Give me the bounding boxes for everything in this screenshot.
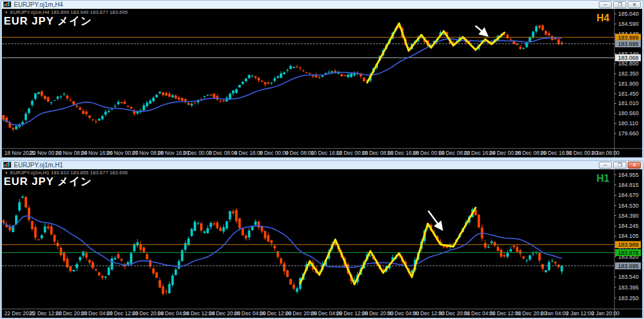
svg-text:185.040: 185.040 bbox=[618, 11, 639, 17]
svg-text:181.900: 181.900 bbox=[618, 81, 639, 87]
svg-text:182.350: 182.350 bbox=[618, 70, 639, 77]
svg-text:183.250: 183.250 bbox=[618, 295, 639, 301]
window-title-h4: EURJPY.oj1m,H4 bbox=[14, 1, 596, 8]
chart-window-icon bbox=[3, 162, 11, 168]
svg-text:4 Dec 16:00: 4 Dec 16:00 bbox=[234, 150, 263, 156]
svg-text:2 Jan 08:00: 2 Jan 08:00 bbox=[591, 150, 619, 156]
svg-text:183.989: 183.989 bbox=[618, 242, 639, 248]
svg-text:183.695: 183.695 bbox=[618, 263, 639, 269]
chart-comment-label: EUR JPY メイン bbox=[4, 174, 92, 189]
svg-text:184.670: 184.670 bbox=[618, 192, 639, 198]
svg-text:183.695: 183.695 bbox=[618, 41, 639, 47]
close-button[interactable]: ✕ bbox=[628, 162, 641, 169]
svg-text:180.110: 180.110 bbox=[618, 120, 638, 126]
svg-text:184.955: 184.955 bbox=[618, 172, 639, 178]
chart-window-h1: EURJPY.oj1m,H1 ─ ❐ ✕ 184.955184.815184.6… bbox=[1, 160, 643, 318]
chart-body-h4: 185.040184.590184.140183.690183.240182.8… bbox=[2, 9, 642, 157]
svg-text:183.989: 183.989 bbox=[618, 35, 639, 41]
svg-text:184.590: 184.590 bbox=[618, 21, 639, 27]
svg-text:180.560: 180.560 bbox=[618, 110, 639, 116]
titlebar-h4[interactable]: EURJPY.oj1m,H4 ─ ❐ ✕ bbox=[1, 0, 643, 9]
chart-window-h4: EURJPY.oj1m,H4 ─ ❐ ✕ 185.040184.590184.1… bbox=[1, 0, 643, 158]
svg-text:184.105: 184.105 bbox=[618, 233, 639, 239]
titlebar-h1[interactable]: EURJPY.oj1m,H1 ─ ❐ ✕ bbox=[1, 160, 643, 169]
restore-button[interactable]: ❐ bbox=[613, 1, 626, 8]
svg-text:183.068: 183.068 bbox=[618, 55, 639, 61]
mdi-workspace: EURJPY.oj1m,H4 ─ ❐ ✕ 185.040184.590184.1… bbox=[0, 0, 644, 319]
chart-window-icon bbox=[3, 1, 11, 8]
svg-text:181.450: 181.450 bbox=[618, 91, 639, 97]
svg-text:179.660: 179.660 bbox=[618, 130, 639, 137]
svg-text:3 Dec 08:00: 3 Dec 08:00 bbox=[209, 150, 238, 156]
close-button[interactable]: ✕ bbox=[628, 1, 641, 8]
svg-text:184.245: 184.245 bbox=[618, 223, 639, 229]
svg-text:8 Dec 00:00: 8 Dec 00:00 bbox=[260, 150, 289, 156]
h4-chart-canvas[interactable]: 185.040184.590184.140183.690183.240182.8… bbox=[2, 9, 642, 157]
svg-text:2 Jan 20:00: 2 Jan 20:00 bbox=[591, 310, 619, 316]
svg-text:183.395: 183.395 bbox=[618, 284, 639, 291]
svg-text:9 Dec 08:00: 9 Dec 08:00 bbox=[285, 150, 314, 156]
minimize-button[interactable]: ─ bbox=[599, 1, 612, 8]
svg-text:2 Dec 00:00: 2 Dec 00:00 bbox=[183, 150, 212, 156]
minimize-button[interactable]: ─ bbox=[599, 162, 612, 169]
svg-text:183.878: 183.878 bbox=[618, 250, 639, 256]
svg-text:181.010: 181.010 bbox=[618, 100, 639, 106]
svg-text:182.800: 182.800 bbox=[618, 60, 639, 67]
timeframe-badge-h1: H1 bbox=[597, 173, 609, 184]
svg-text:2 Jan 04:00: 2 Jan 04:00 bbox=[540, 310, 569, 316]
svg-text:184.815: 184.815 bbox=[618, 182, 639, 188]
chart-body-h1: 184.955184.815184.670184.530184.390184.2… bbox=[2, 169, 642, 318]
svg-text:183.540: 183.540 bbox=[618, 274, 639, 280]
h1-chart-canvas[interactable]: 184.955184.815184.670184.530184.390184.2… bbox=[2, 169, 642, 318]
timeframe-badge-h4: H4 bbox=[597, 13, 609, 24]
restore-button[interactable]: ❐ bbox=[613, 162, 626, 169]
window-title-h1: EURJPY.oj1m,H1 bbox=[14, 162, 596, 169]
svg-text:2 Jan 12:00: 2 Jan 12:00 bbox=[566, 310, 594, 316]
svg-text:184.390: 184.390 bbox=[618, 213, 639, 219]
svg-text:184.530: 184.530 bbox=[618, 203, 639, 209]
chart-comment-label: EUR JPY メイン bbox=[4, 14, 92, 28]
